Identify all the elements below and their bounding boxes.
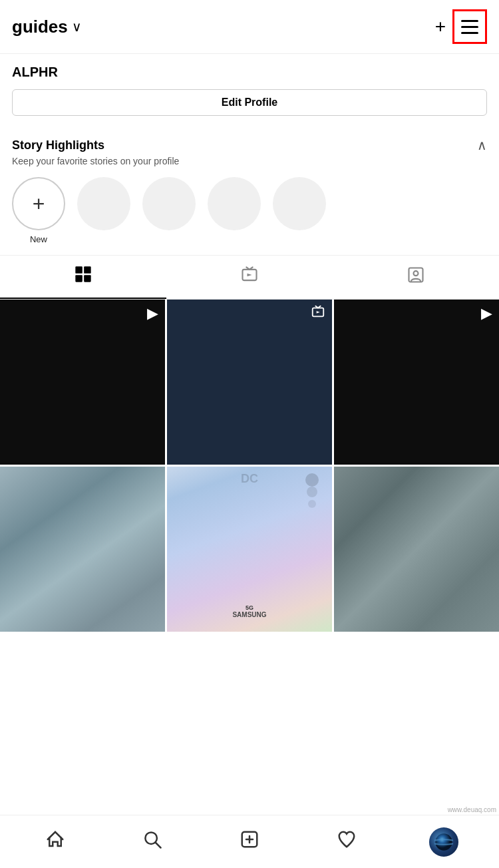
hamburger-line-3 — [461, 32, 478, 34]
svg-point-6 — [414, 271, 418, 276]
grid-image-2 — [167, 300, 332, 465]
username: ALPHR — [12, 65, 487, 80]
page-title: guides — [12, 17, 68, 37]
svg-rect-3 — [84, 275, 91, 282]
chevron-down-icon[interactable]: ∨ — [72, 19, 82, 35]
highlight-item-3[interactable] — [142, 177, 196, 244]
play-icon-1: ▶ — [147, 305, 158, 322]
nav-add[interactable] — [230, 822, 269, 862]
grid-item-2[interactable] — [167, 300, 332, 465]
profile-avatar — [429, 827, 458, 857]
svg-rect-1 — [84, 266, 91, 274]
new-highlight-button[interactable]: + New — [12, 177, 65, 244]
grid-image-6 — [334, 467, 499, 632]
new-highlight-label: New — [30, 234, 47, 244]
header-title-area: guides ∨ — [12, 17, 82, 37]
plus-icon: + — [33, 193, 45, 214]
home-icon — [45, 829, 65, 854]
highlight-circle-3 — [142, 177, 196, 230]
edit-profile-button[interactable]: Edit Profile — [12, 89, 487, 116]
play-icon-3: ▶ — [481, 305, 492, 322]
tab-grid[interactable] — [0, 256, 166, 299]
grid-image-1 — [0, 300, 165, 465]
grid-image-3 — [334, 300, 499, 465]
search-icon — [142, 829, 162, 854]
highlight-circle-4 — [208, 177, 261, 230]
grid-item-1[interactable]: ▶ — [0, 300, 165, 465]
grid-item-3[interactable]: ▶ — [334, 300, 499, 465]
tabs-section — [0, 255, 499, 300]
grid-item-4[interactable] — [0, 467, 165, 632]
nav-search[interactable] — [132, 822, 172, 862]
highlights-row: + New — [12, 177, 487, 255]
nav-home[interactable] — [35, 822, 75, 862]
nav-activity[interactable] — [327, 822, 367, 862]
add-post-icon — [240, 829, 259, 854]
header: guides ∨ + — [0, 0, 499, 54]
new-highlight-circle: + — [12, 177, 65, 230]
igtv-icon-2 — [311, 305, 325, 323]
highlight-circle-2 — [77, 177, 130, 230]
tab-igtv[interactable] — [166, 256, 333, 299]
heart-icon — [337, 829, 357, 854]
svg-rect-2 — [75, 275, 83, 282]
highlight-item-5[interactable] — [273, 177, 326, 244]
highlights-subtitle: Keep your favorite stories on your profi… — [12, 156, 487, 166]
hamburger-line-1 — [461, 20, 478, 22]
svg-rect-0 — [75, 266, 83, 274]
watermark: www.deuaq.com — [448, 806, 496, 813]
grid-item-6[interactable] — [334, 467, 499, 632]
profile-section: ALPHR Edit Profile — [0, 54, 499, 126]
person-tag-icon — [407, 266, 425, 289]
svg-point-13 — [435, 833, 452, 850]
bottom-nav — [0, 815, 499, 868]
hamburger-line-2 — [461, 26, 478, 28]
svg-line-9 — [156, 843, 161, 848]
highlight-item-4[interactable] — [208, 177, 261, 244]
header-icons: + — [435, 9, 487, 44]
photo-grid: ▶ ▶ 5G SAMSUNG DC — [0, 300, 499, 632]
nav-profile[interactable] — [424, 822, 464, 862]
highlights-title: Story Highlights — [12, 138, 104, 152]
highlights-collapse-icon[interactable]: ∧ — [477, 137, 487, 153]
tab-tagged[interactable] — [333, 256, 499, 299]
grid-icon — [74, 265, 92, 288]
highlights-header: Story Highlights ∧ — [12, 137, 487, 153]
grid-item-5[interactable]: 5G SAMSUNG DC — [167, 467, 332, 632]
grid-image-5: 5G SAMSUNG DC — [167, 467, 332, 632]
add-icon[interactable]: + — [435, 16, 446, 37]
grid-image-4 — [0, 467, 165, 632]
highlight-circle-5 — [273, 177, 326, 230]
highlight-item-2[interactable] — [77, 177, 130, 244]
highlights-section: Story Highlights ∧ Keep your favorite st… — [0, 126, 499, 255]
igtv-icon — [240, 266, 259, 289]
menu-button[interactable] — [452, 9, 487, 44]
